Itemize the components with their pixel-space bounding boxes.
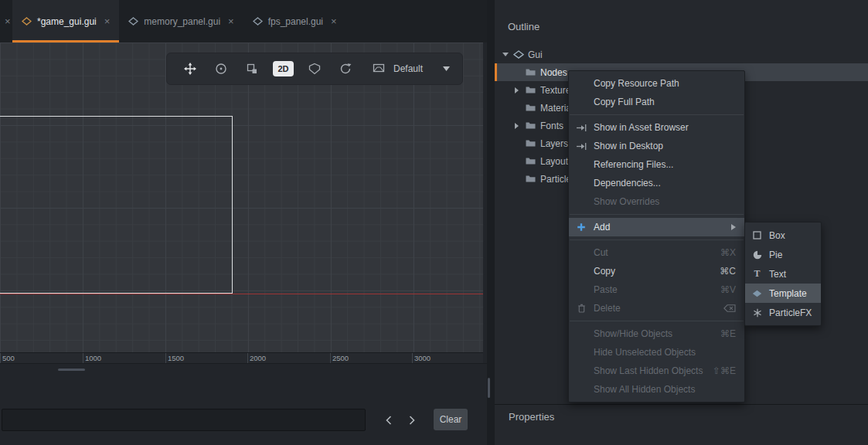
console-search-input[interactable] (2, 409, 366, 431)
submenu-arrow-icon (731, 224, 736, 230)
submenu-item-pie[interactable]: Pie (745, 245, 821, 264)
box-icon (751, 231, 763, 239)
menu-item-show-in-desktop[interactable]: Show in Desktop (569, 137, 744, 155)
tab-memory-panel[interactable]: memory_panel.gui × (119, 0, 243, 42)
horizontal-ruler: 500 1000 1500 2000 2500 3000 (0, 352, 483, 363)
menu-item-dependencies[interactable]: Dependencies... (569, 174, 744, 192)
close-icon[interactable]: × (331, 16, 337, 26)
menu-item-copy-resource-path[interactable]: Copy Resource Path (569, 74, 744, 93)
menu-item-show-overrides: Show Overrides (569, 192, 744, 211)
context-menu: Copy Resource Path Copy Full Path Show i… (568, 70, 745, 403)
menu-separator (570, 214, 744, 215)
menu-item-show-in-asset-browser[interactable]: Show in Asset Browser (569, 118, 744, 137)
caret-right-icon[interactable] (515, 87, 526, 93)
tab-label: fps_panel.gui (268, 16, 323, 27)
ruler-label: 2500 (332, 354, 349, 362)
submenu-item-label: Box (769, 230, 785, 241)
close-icon[interactable]: × (104, 16, 111, 26)
menu-shortcut: ⇧⌘E (713, 365, 736, 376)
ruler-label: 1000 (85, 354, 101, 362)
prev-page-button[interactable] (378, 409, 400, 430)
chevron-down-icon (443, 66, 450, 71)
move-tool-button[interactable] (175, 53, 206, 85)
backspace-key-icon (723, 304, 736, 312)
menu-item-label: Show Overrides (594, 196, 659, 207)
add-submenu: Box Pie T Text Template ParticleFX (744, 222, 822, 326)
menu-item-label: Copy Full Path (594, 97, 655, 107)
submenu-item-label: Template (769, 288, 807, 299)
gui-bounds-rect (0, 116, 233, 294)
rotate-tool-button[interactable] (206, 53, 237, 85)
text-icon: T (751, 268, 763, 280)
editor-window: × *game_gui.gui × memory_panel.gui × (0, 0, 868, 445)
pie-icon (751, 250, 763, 260)
perspective-icon (372, 63, 386, 75)
menu-separator (570, 239, 744, 240)
tab-partial[interactable]: × (0, 0, 12, 42)
menu-item-paste: Paste ⌘V (569, 280, 744, 299)
trash-icon (569, 304, 594, 313)
menu-item-copy-full-path[interactable]: Copy Full Path (569, 93, 744, 111)
menu-item-label: Delete (594, 303, 621, 314)
menu-item-add[interactable]: Add (569, 218, 744, 236)
visibility-filter-icon[interactable] (299, 53, 330, 85)
tree-item-label: Layers (540, 138, 568, 149)
menu-item-referencing-files[interactable]: Referencing Files... (569, 155, 744, 174)
menu-item-label: Show in Asset Browser (594, 122, 689, 133)
menu-item-label: Add (594, 222, 610, 233)
camera-preset-select[interactable]: Default (372, 63, 454, 75)
submenu-item-template[interactable]: Template (745, 284, 821, 303)
menu-item-label: Paste (594, 284, 618, 295)
ruler-label: 1500 (168, 354, 184, 362)
menu-item-cut: Cut ⌘X (569, 243, 744, 262)
2d-mode-toggle[interactable]: 2D (273, 61, 294, 76)
menu-item-copy[interactable]: Copy ⌘C (569, 262, 744, 280)
tree-item-label: Nodes (540, 67, 567, 78)
tab-fps-panel[interactable]: fps_panel.gui × (243, 0, 346, 42)
ruler-label: 2000 (250, 354, 266, 362)
console-panel: Clear (0, 363, 487, 445)
menu-item-label: Show/Hide Objects (594, 328, 672, 339)
tab-game-gui[interactable]: *game_gui.gui × (12, 0, 119, 42)
submenu-item-particlefx[interactable]: ParticleFX (745, 303, 821, 322)
caret-down-icon[interactable] (502, 53, 513, 56)
tab-label: memory_panel.gui (144, 16, 220, 27)
caret-right-icon[interactable] (515, 123, 526, 129)
properties-title: Properties (509, 411, 554, 423)
folder-icon (526, 139, 540, 148)
ruler-label: 3000 (414, 354, 431, 362)
gui-file-icon (22, 17, 32, 25)
next-page-button[interactable] (401, 409, 423, 430)
submenu-item-label: ParticleFX (769, 307, 812, 318)
outline-row-gui[interactable]: Gui (495, 46, 868, 63)
open-in-desktop-icon (569, 142, 594, 151)
reset-camera-icon[interactable] (330, 53, 361, 85)
splitter-handle[interactable] (488, 378, 490, 398)
camera-preset-label: Default (393, 63, 423, 74)
scene-viewport[interactable]: 2D Default (0, 42, 483, 352)
panel-divider (495, 404, 868, 405)
scale-tool-button[interactable] (237, 53, 267, 85)
folder-icon (526, 104, 540, 112)
submenu-item-box[interactable]: Box (745, 226, 821, 245)
menu-item-show-last-hidden-objects: Show Last Hidden Objects ⇧⌘E (569, 362, 744, 380)
close-icon[interactable]: × (5, 16, 11, 26)
editor-pane: × *game_gui.gui × memory_panel.gui × (0, 0, 487, 445)
menu-shortcut: ⌘E (720, 328, 736, 339)
viewport-toolbar: 2D Default (166, 53, 463, 85)
close-icon[interactable]: × (228, 16, 234, 26)
menu-shortcut: ⌘V (720, 284, 736, 295)
submenu-item-text[interactable]: T Text (745, 264, 821, 284)
folder-icon (526, 157, 540, 165)
menu-shortcut: ⌘C (720, 266, 736, 277)
folder-icon (526, 68, 540, 76)
folder-icon (526, 86, 540, 94)
submenu-item-label: Pie (769, 250, 782, 260)
gui-file-icon (128, 17, 138, 25)
clear-button[interactable]: Clear (434, 409, 468, 430)
folder-icon (526, 121, 540, 130)
horizontal-scrollbar-thumb[interactable] (58, 369, 85, 371)
menu-item-label: Copy Resource Path (594, 78, 679, 89)
menu-item-show-all-hidden-objects: Show All Hidden Objects (569, 380, 744, 399)
tab-bar: × *game_gui.gui × memory_panel.gui × (0, 0, 487, 42)
